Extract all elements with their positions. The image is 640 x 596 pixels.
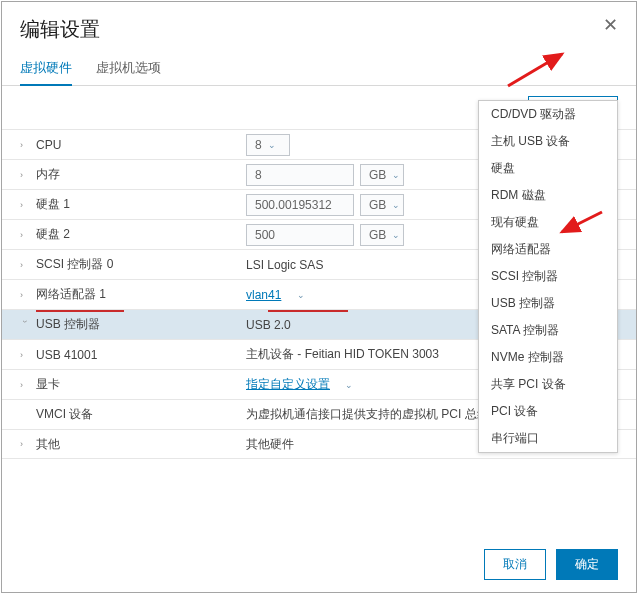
row-label: 内存 — [36, 166, 246, 183]
chevron-down-icon: ⌄ — [345, 380, 353, 390]
chevron-down-icon: ⌄ — [392, 170, 400, 180]
chevron-right-icon: › — [20, 260, 30, 270]
dd-item[interactable]: CD/DVD 驱动器 — [479, 101, 617, 128]
gpu-select[interactable]: 指定自定义设置 ⌄ — [246, 376, 353, 393]
memory-unit[interactable]: GB⌄ — [360, 164, 404, 186]
dd-item[interactable]: 现有硬盘 — [479, 209, 617, 236]
dd-item[interactable]: NVMe 控制器 — [479, 344, 617, 371]
dd-item[interactable]: 共享 PCI 设备 — [479, 371, 617, 398]
tab-options[interactable]: 虚拟机选项 — [96, 53, 161, 85]
disk2-input[interactable] — [246, 224, 354, 246]
chevron-right-icon: › — [20, 350, 30, 360]
chevron-right-icon: › — [20, 230, 30, 240]
close-icon[interactable]: ✕ — [603, 16, 618, 34]
chevron-down-icon: ⌄ — [392, 230, 400, 240]
chevron-down-icon: ⌄ — [392, 200, 400, 210]
dd-item[interactable]: USB 控制器 — [479, 290, 617, 317]
dd-item[interactable]: 网络适配器 — [479, 236, 617, 263]
dd-item[interactable]: PCI 设备 — [479, 398, 617, 425]
chevron-right-icon: › — [20, 200, 30, 210]
chevron-right-icon: › — [20, 380, 30, 390]
chevron-right-icon: › — [20, 290, 30, 300]
chevron-right-icon: › — [20, 140, 30, 150]
row-label: USB 41001 — [36, 348, 246, 362]
disk2-unit[interactable]: GB⌄ — [360, 224, 404, 246]
dd-item[interactable]: SCSI 控制器 — [479, 263, 617, 290]
row-label: CPU — [36, 138, 246, 152]
row-label: USB 控制器 — [36, 316, 246, 333]
dd-item[interactable]: 串行端口 — [479, 425, 617, 452]
add-device-dropdown: CD/DVD 驱动器 主机 USB 设备 硬盘 RDM 磁盘 现有硬盘 网络适配… — [478, 100, 618, 453]
disk1-unit[interactable]: GB⌄ — [360, 194, 404, 216]
row-label: 网络适配器 1 — [36, 286, 246, 303]
dd-item[interactable]: 主机 USB 设备 — [479, 128, 617, 155]
chevron-right-icon: › — [20, 170, 30, 180]
dd-item[interactable]: 硬盘 — [479, 155, 617, 182]
chevron-down-icon: ⌄ — [268, 140, 276, 150]
cancel-button[interactable]: 取消 — [484, 549, 546, 580]
chevron-down-icon: ⌄ — [297, 290, 305, 300]
dialog-title: 编辑设置 — [20, 16, 100, 43]
dd-item[interactable]: SATA 控制器 — [479, 317, 617, 344]
row-label: 硬盘 1 — [36, 196, 246, 213]
dd-item[interactable]: RDM 磁盘 — [479, 182, 617, 209]
chevron-right-icon: › — [20, 439, 30, 449]
annotation-underline — [268, 310, 348, 312]
tab-hardware[interactable]: 虚拟硬件 — [20, 53, 72, 85]
nic-select[interactable]: vlan41 ⌄ — [246, 288, 305, 302]
row-label: 显卡 — [36, 376, 246, 393]
disk1-input[interactable] — [246, 194, 354, 216]
ok-button[interactable]: 确定 — [556, 549, 618, 580]
chevron-down-icon: › — [20, 320, 30, 330]
annotation-underline — [36, 310, 124, 312]
row-label: SCSI 控制器 0 — [36, 256, 246, 273]
row-label: 硬盘 2 — [36, 226, 246, 243]
row-label: VMCI 设备 — [36, 406, 246, 423]
cpu-select[interactable]: 8⌄ — [246, 134, 290, 156]
row-label: 其他 — [36, 436, 246, 453]
memory-input[interactable] — [246, 164, 354, 186]
